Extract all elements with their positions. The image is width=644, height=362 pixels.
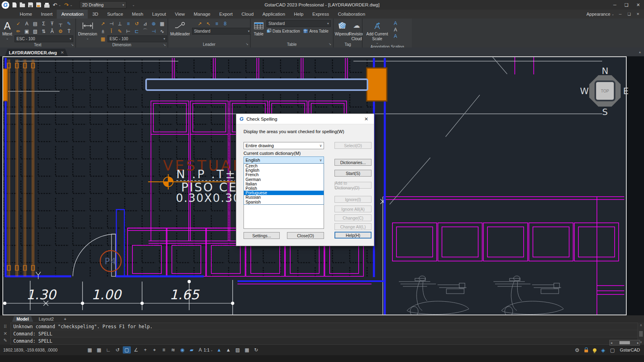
- tab-layout[interactable]: Layout: [148, 10, 171, 19]
- multileader-style-combo[interactable]: Standard ▾: [192, 28, 252, 35]
- annotation-scale-control[interactable]: A 1:1 ⌄: [198, 346, 213, 354]
- scale-list-icon[interactable]: A: [392, 33, 399, 39]
- jog-line-icon[interactable]: ∿: [158, 28, 166, 35]
- dictionary-combo[interactable]: English ∨: [244, 156, 324, 164]
- justify-text-icon[interactable]: Ŧ: [48, 20, 56, 27]
- change-button[interactable]: Change(C): [334, 214, 372, 221]
- text-style-combo[interactable]: ESC - 100 ▾: [14, 35, 73, 42]
- panel-collapse-icon[interactable]: ▴: [639, 50, 641, 54]
- select-button[interactable]: Select(O): [334, 142, 372, 149]
- command-input[interactable]: Command: SPELL: [11, 337, 638, 344]
- revision-cloud-button[interactable]: ☁ Revision Cloud: [350, 20, 363, 41]
- viewcube-south[interactable]: S: [602, 107, 608, 117]
- table-button[interactable]: Table: [253, 20, 264, 37]
- data-extraction-button[interactable]: Data Extraction: [266, 29, 300, 33]
- collect-leaders-icon[interactable]: 8: [221, 20, 229, 27]
- horizontal-scrollbar[interactable]: ◂ ▸: [609, 340, 640, 346]
- undo-dropdown-icon[interactable]: ⌄: [58, 3, 61, 7]
- new-file-icon[interactable]: [12, 2, 17, 8]
- align-leaders-icon[interactable]: ≡: [213, 20, 221, 27]
- snap-tracking-icon[interactable]: +: [141, 346, 149, 354]
- viewcube-east[interactable]: E: [623, 86, 629, 96]
- start-button[interactable]: Start(S): [334, 170, 372, 177]
- quick-dimension-icon[interactable]: ▦: [158, 20, 166, 27]
- snap-mode-icon[interactable]: ▦: [86, 346, 94, 354]
- dimension-panel-launcher-icon[interactable]: ↘: [163, 43, 166, 47]
- clean-screen-icon[interactable]: ↻: [252, 346, 260, 354]
- tab-view[interactable]: View: [170, 10, 189, 19]
- viewcube-west[interactable]: W: [580, 86, 589, 96]
- center-mark-icon[interactable]: ⊕: [150, 20, 157, 27]
- language-option[interactable]: Russian: [244, 195, 324, 200]
- ignore-button[interactable]: Ignore(I): [334, 196, 372, 203]
- stack-text-icon[interactable]: ⇅: [40, 28, 47, 35]
- text-mask-icon[interactable]: ▧: [31, 28, 39, 35]
- tab-collaboration[interactable]: Collaboration: [334, 10, 370, 19]
- toolbar-options-icon[interactable]: ⌄: [132, 3, 135, 7]
- leader-panel-launcher-icon[interactable]: ↘: [246, 42, 248, 46]
- ordinate-dimension-icon[interactable]: ⊢: [124, 28, 132, 35]
- add-leader-icon[interactable]: ↗: [196, 20, 204, 27]
- save-icon[interactable]: [28, 2, 33, 7]
- remove-leader-icon[interactable]: ↖: [204, 20, 212, 27]
- open-file-icon[interactable]: [20, 4, 25, 7]
- check-spelling-icon[interactable]: ✓: [14, 20, 22, 27]
- add-to-dictionary-button[interactable]: Add to Dictionary(D): [334, 182, 372, 189]
- change-all-button[interactable]: Change All(L): [334, 223, 372, 230]
- command-edit-icon[interactable]: ✎: [3, 338, 7, 343]
- areas-combo[interactable]: Entire drawing ∨: [244, 142, 324, 149]
- workspace-combo[interactable]: 2D Drafting ▾: [80, 1, 126, 8]
- redo-icon[interactable]: ↷: [64, 2, 69, 8]
- scrollbar-thumb[interactable]: [639, 331, 643, 337]
- document-tab[interactable]: LAYDRAWORDER.dwg ✕: [5, 49, 68, 56]
- area-table-button[interactable]: Area Table: [303, 29, 328, 33]
- background-toggle-icon[interactable]: ▨: [233, 346, 242, 354]
- scroll-up-icon[interactable]: ∧: [640, 323, 642, 327]
- tab-help[interactable]: Help: [289, 10, 308, 19]
- appearance-menu[interactable]: Appearance: [586, 12, 610, 16]
- viewcube-top-face[interactable]: TOP: [596, 82, 614, 100]
- auto-add-scale-icon[interactable]: A: [392, 27, 399, 33]
- redo-dropdown-icon[interactable]: ⌄: [70, 3, 73, 7]
- dynamic-ucs-icon[interactable]: ▰: [188, 346, 196, 354]
- hscrollbar-thumb[interactable]: [619, 341, 630, 344]
- inspect-dimension-icon[interactable]: Ī: [107, 28, 115, 35]
- new-layout-button[interactable]: +: [60, 316, 71, 322]
- transparency-icon[interactable]: ≋: [169, 346, 177, 354]
- language-option[interactable]: Spanish: [244, 200, 324, 204]
- tab-layout2[interactable]: Layout2: [34, 316, 58, 322]
- tab-export[interactable]: Export: [215, 10, 237, 19]
- break-dimension-icon[interactable]: ⊣: [150, 28, 157, 35]
- text-fit-icon[interactable]: ⚙: [57, 28, 64, 35]
- mtext-button[interactable]: A Mtext ⌄: [2, 20, 12, 40]
- isolate-objects-icon[interactable]: ◈: [601, 347, 605, 353]
- tab-3d[interactable]: 3D: [88, 10, 103, 19]
- ortho-mode-icon[interactable]: ∟: [104, 346, 112, 354]
- auto-scale-toggle-icon[interactable]: ▲: [224, 346, 232, 354]
- annotation-visibility-toggle-icon[interactable]: ▲: [215, 346, 223, 354]
- dictionaries-button[interactable]: Dictionaries...: [334, 159, 372, 166]
- ignore-all-button[interactable]: Ignore All(A): [334, 206, 372, 212]
- update-dimension-icon[interactable]: ⊏: [133, 28, 140, 35]
- linear-dimension-icon[interactable]: ⊣: [107, 20, 115, 27]
- tab-annotation[interactable]: Annotation: [57, 10, 88, 19]
- jogged-dimension-icon[interactable]: ⊿: [141, 20, 149, 27]
- minimize-button[interactable]: ─: [609, 0, 621, 10]
- mdi-close-button[interactable]: ✕: [635, 12, 641, 16]
- scroll-right-icon[interactable]: ▸: [637, 341, 639, 345]
- annotative-text-icon[interactable]: ✏: [14, 28, 22, 35]
- change-case-icon[interactable]: Ā: [48, 28, 56, 35]
- settings-button[interactable]: Settings...: [244, 232, 280, 239]
- arc-length-icon[interactable]: ⌒: [141, 28, 149, 35]
- tab-cloud[interactable]: Cloud: [237, 10, 258, 19]
- close-dialog-button[interactable]: Close(O): [287, 232, 324, 239]
- settings-gear-icon[interactable]: ⚙: [575, 347, 580, 353]
- help-button[interactable]: Help(H): [334, 232, 372, 239]
- smart-dimension-icon[interactable]: ↗: [99, 20, 107, 27]
- tolerance-icon[interactable]: ±: [99, 28, 107, 35]
- object-snap-tracking-icon[interactable]: ⌖: [151, 346, 159, 354]
- scroll-down-icon[interactable]: ∨: [640, 340, 642, 344]
- undo-icon[interactable]: ↶: [53, 2, 57, 8]
- full-screen-icon[interactable]: ▢: [610, 347, 615, 353]
- tab-model[interactable]: Model: [12, 316, 33, 322]
